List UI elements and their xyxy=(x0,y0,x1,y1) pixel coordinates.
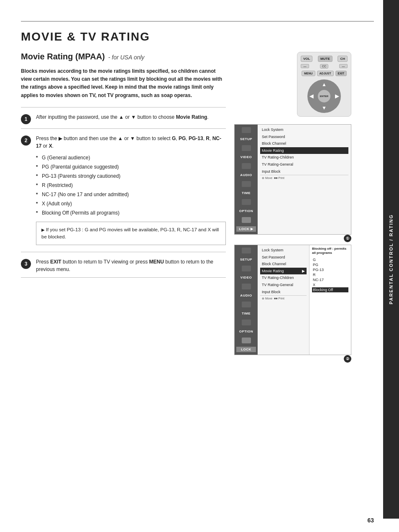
list-item: R (Restricted) xyxy=(36,181,226,190)
rating-list: G (General audience) PG (Parental guidan… xyxy=(36,153,226,217)
screenshot-2-wrapper: SETUP VIDEO AUDIO TIME OPTION LOCK xyxy=(234,245,351,355)
mute-button: MUTE xyxy=(318,56,332,62)
step-1: 1 After inputting the password, use the … xyxy=(21,107,226,128)
menu-screenshot-1: SETUP VIDEO AUDIO TIME OPTION LOCK xyxy=(234,124,351,235)
step-2-circle: 2 xyxy=(21,136,31,146)
menu-icon-2 xyxy=(242,145,251,151)
cc-button: CC xyxy=(320,64,328,69)
time-item-2: TIME xyxy=(236,311,256,316)
step-3: 3 Press EXIT button to return to TV view… xyxy=(21,252,226,278)
section-subtitle: - for USA only xyxy=(108,54,145,61)
dpad-outer: ▲ ▼ ◀ ▶ ENTER xyxy=(307,79,341,113)
menu2-set-password: Set Password xyxy=(260,254,307,261)
menu2-movie-rating: Movie Rating▶ xyxy=(260,268,307,275)
menu2-move: ⊕ Move xyxy=(262,297,272,300)
submenu-blocking-off: Blocking Off xyxy=(312,287,348,292)
menu-icon-5 xyxy=(242,199,251,205)
setup-item: SETUP xyxy=(236,136,256,142)
menu-lock-system: Lock System xyxy=(260,126,348,133)
section-title: Movie Rating (MPAA) xyxy=(21,52,105,61)
submenu-header: Blocking off : permits all programs xyxy=(312,247,348,256)
step-2-text: Press the ▶ button and then use the ▲ or… xyxy=(36,136,221,149)
enter-button: ENTER xyxy=(318,90,330,102)
step-1-text: After inputting the password, use the ▲ … xyxy=(36,114,209,120)
menu-input-block: Input Block xyxy=(260,168,348,175)
menu-icon-2-2 xyxy=(242,266,251,271)
menu-icon-2-3 xyxy=(242,284,251,289)
page-number: 63 xyxy=(367,517,374,524)
submenu-pg: PG xyxy=(312,262,348,267)
lock-item: LOCK ▶ xyxy=(236,226,256,232)
menu-icon-3 xyxy=(242,163,251,169)
remote-top-row: VOL MUTE CH xyxy=(301,56,348,62)
menu-move: ⊕ Move xyxy=(262,176,272,180)
enter-label: ENTER xyxy=(320,95,328,97)
dpad-left: ◀ xyxy=(309,93,313,99)
menu-sidebar-2: SETUP VIDEO AUDIO TIME OPTION LOCK xyxy=(235,245,258,355)
list-item: PG-13 (Parents strongly cautioned) xyxy=(36,171,226,181)
menu-icon-2-4 xyxy=(242,302,251,307)
screenshot-1-wrapper: SETUP VIDEO AUDIO TIME OPTION LOCK xyxy=(234,124,351,235)
video-item: VIDEO xyxy=(236,154,256,160)
menu-tv-rating-children: TV Rating-Children xyxy=(260,154,348,161)
step-3-text: Press EXIT button to return to TV viewin… xyxy=(36,259,213,272)
vol-button: VOL xyxy=(301,56,312,62)
menu-main-1: Lock System Set Password Block Channel M… xyxy=(258,125,351,234)
sidebar-text: PARENTAL CONTROL / RATING xyxy=(389,214,394,304)
step-2: 2 Press the ▶ button and then use the ▲ … xyxy=(21,128,226,252)
menu-icon-2-6 xyxy=(242,338,251,343)
page-title: MOVIE & TV RATING xyxy=(21,30,374,43)
video-item-2: VIDEO xyxy=(236,275,256,280)
menu-screenshot-2: SETUP VIDEO AUDIO TIME OPTION LOCK xyxy=(234,245,351,355)
remote-row2: — CC — xyxy=(301,64,348,69)
menu2-tv-rating-general: TV Rating-General xyxy=(260,281,307,289)
menu2-block-channel: Block Channel xyxy=(260,261,307,268)
adjust-button: ADJUST xyxy=(317,71,334,76)
info-box: If you set PG-13 : G and PG movies will … xyxy=(36,222,226,246)
list-item: PG (Parental guidance suggested) xyxy=(36,162,226,171)
list-item: NC-17 (No one 17 and under admitted) xyxy=(36,190,226,199)
submenu-pg13: PG-13 xyxy=(312,267,348,272)
menu-movie-rating: Movie Rating xyxy=(260,147,348,154)
lock-item-2: LOCK xyxy=(236,347,256,352)
two-col-layout: Movie Rating (MPAA) - for USA only Block… xyxy=(21,52,374,365)
menu-print: ■■ Print xyxy=(274,176,284,180)
dpad: ▲ ▼ ◀ ▶ ENTER xyxy=(307,79,341,113)
menu2-input-block: Input Block xyxy=(260,289,307,296)
step-1-content: After inputting the password, use the ▲ … xyxy=(36,113,226,121)
step-3-circle: 3 xyxy=(21,259,31,269)
menu2-lock-system: Lock System xyxy=(260,247,307,254)
step-2-content: Press the ▶ button and then use the ▲ or… xyxy=(36,135,226,248)
exit-button: EXIT xyxy=(335,71,347,76)
submenu-x: X xyxy=(312,282,348,287)
menu-button: MENU xyxy=(302,71,315,76)
step-1-circle: 1 xyxy=(21,114,31,124)
submenu-g: G xyxy=(312,257,348,262)
screenshot-2-number: ② xyxy=(344,355,351,363)
menu-sidebar-1: SETUP VIDEO AUDIO TIME OPTION LOCK xyxy=(235,125,258,234)
list-item: G (General audience) xyxy=(36,153,226,162)
step-3-content: Press EXIT button to return to TV viewin… xyxy=(36,258,226,273)
sidebar: PARENTAL CONTROL / RATING xyxy=(383,0,399,519)
menu-block-channel: Block Channel xyxy=(260,140,348,147)
main-content: MOVIE & TV RATING Movie Rating (MPAA) - … xyxy=(21,0,374,365)
dash-right: — xyxy=(339,64,348,68)
right-col: VOL MUTE CH — CC — MENU ADJUST xyxy=(234,52,351,365)
dpad-down: ▼ xyxy=(322,105,327,111)
info-box-text: If you set PG-13 : G and PG movies will … xyxy=(41,227,219,239)
option-item-2: OPTION xyxy=(236,329,256,334)
menu2-print: ■■ Print xyxy=(274,297,284,300)
menu-icon-4 xyxy=(242,181,251,187)
menu-bottom-2: ⊕ Move ■■ Print xyxy=(260,295,307,302)
remote-control: VOL MUTE CH — CC — MENU ADJUST xyxy=(297,52,351,117)
option-item: OPTION xyxy=(236,208,256,214)
audio-item: AUDIO xyxy=(236,172,256,178)
menu-icon-2-5 xyxy=(242,320,251,325)
remote-menu-row: MENU ADJUST EXIT xyxy=(301,71,348,76)
time-item: TIME xyxy=(236,190,256,196)
dpad-right: ▶ xyxy=(335,93,339,99)
list-item: Blocking Off (Permits all programs) xyxy=(36,208,226,217)
remote-container: VOL MUTE CH — CC — MENU ADJUST xyxy=(234,52,351,117)
menu-main-2: Lock System Set Password Block Channel M… xyxy=(258,245,309,355)
submenu: Blocking off : permits all programs G PG… xyxy=(309,245,351,355)
